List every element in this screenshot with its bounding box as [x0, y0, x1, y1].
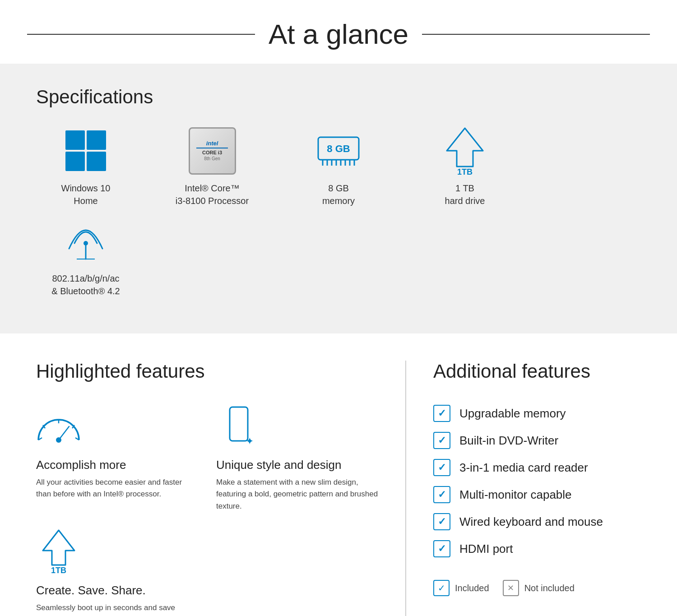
feature-accomplish-name: Accomplish more — [36, 458, 198, 472]
additional-list: ✓ Upgradable memory ✓ Built-in DVD-Write… — [433, 405, 641, 557]
list-item: ✓ Multi-monitor capable — [433, 486, 641, 503]
spec-wifi: 802.11a/b/g/n/ac& Bluetooth® 4.2 — [36, 216, 135, 297]
windows-pane-tr — [87, 130, 106, 150]
spec-storage: 1TB 1 TBhard drive — [415, 126, 515, 207]
intel-gen-text: 8th Gen — [204, 156, 220, 161]
additional-item-label: Wired keyboard and mouse — [459, 515, 603, 529]
feature-storage-desc: Seamlessly boot up in seconds and save e… — [36, 602, 198, 616]
page-header: At a glance — [0, 0, 677, 64]
svg-text:✦: ✦ — [246, 435, 254, 447]
intel-logo-text: intel — [206, 140, 218, 146]
additional-item-label: Upgradable memory — [459, 407, 566, 421]
additional-item-label: Multi-monitor capable — [459, 488, 572, 502]
spec-memory-label: 8 GBmemory — [322, 182, 355, 207]
legend-not-included-label: Not included — [524, 583, 575, 593]
additional-item-label: 3-in-1 media card reader — [459, 461, 588, 475]
specs-grid: Windows 10Home intel CORE i3 8th Gen Int… — [36, 126, 641, 306]
feature-style: ✦ Unique style and design Make a stateme… — [216, 405, 378, 512]
highlighted-features-section: Highlighted features — [36, 361, 406, 616]
spec-windows-label: Windows 10Home — [61, 182, 111, 207]
svg-text:1TB: 1TB — [51, 566, 66, 575]
svg-point-21 — [56, 437, 61, 443]
feature-grid: Accomplish more All your activities beco… — [36, 405, 378, 616]
legend-not-included: ✕ Not included — [503, 580, 575, 596]
legend-included-label: Included — [455, 583, 489, 593]
spec-wifi-label: 802.11a/b/g/n/ac& Bluetooth® 4.2 — [51, 272, 120, 297]
feature-style-name: Unique style and design — [216, 458, 378, 472]
additional-features-section: Additional features ✓ Upgradable memory … — [406, 361, 641, 616]
additional-title: Additional features — [433, 361, 641, 382]
svg-marker-24 — [43, 530, 74, 565]
feature-style-desc: Make a statement with a new slim design,… — [216, 477, 378, 512]
ram-icon: 8 GB — [314, 126, 363, 176]
spec-memory: 8 GB 8 GBmemory — [289, 126, 388, 207]
check-icon-2: ✓ — [433, 432, 450, 449]
svg-marker-10 — [447, 128, 483, 167]
svg-text:1TB: 1TB — [457, 167, 473, 176]
tb-icon: 1TB — [36, 530, 81, 575]
additional-item-label: HDMI port — [459, 542, 513, 556]
spec-storage-label: 1 TBhard drive — [445, 182, 485, 207]
check-icon-1: ✓ — [433, 405, 450, 422]
highlighted-title: Highlighted features — [36, 361, 378, 382]
spec-windows: Windows 10Home — [36, 126, 135, 207]
list-item: ✓ Upgradable memory — [433, 405, 641, 422]
legend-x-icon: ✕ — [503, 580, 519, 596]
phone-icon: ✦ — [216, 405, 261, 450]
intel-icon: intel CORE i3 8th Gen — [187, 126, 237, 176]
header-line-right — [422, 34, 650, 35]
list-item: ✓ HDMI port — [433, 540, 641, 557]
windows-icon — [61, 126, 111, 176]
feature-accomplish: Accomplish more All your activities beco… — [36, 405, 198, 512]
windows-pane-bl — [65, 152, 85, 171]
page-title: At a glance — [269, 18, 408, 50]
main-content: Highlighted features — [0, 352, 677, 616]
feature-storage: 1TB Create. Save. Share. Seamlessly boot… — [36, 530, 198, 616]
wifi-icon — [61, 216, 111, 266]
spec-processor-label: Intel® Core™i3-8100 Processor — [176, 182, 249, 207]
header-line-left — [27, 34, 255, 35]
intel-core-text: CORE i3 — [202, 150, 222, 156]
windows-pane-tl — [65, 130, 85, 150]
legend-check-icon: ✓ — [433, 580, 450, 596]
specs-section: Specifications Windows 10Home intel CORE — [0, 64, 677, 333]
feature-storage-name: Create. Save. Share. — [36, 584, 198, 597]
spec-processor: intel CORE i3 8th Gen Intel® Core™i3-810… — [162, 126, 262, 207]
svg-rect-22 — [230, 407, 248, 441]
check-icon-6: ✓ — [433, 540, 450, 557]
legend-included: ✓ Included — [433, 580, 489, 596]
feature-accomplish-desc: All your activities become easier and fa… — [36, 477, 198, 500]
svg-point-13 — [83, 241, 88, 245]
hdd-icon: 1TB — [440, 126, 490, 176]
legend: ✓ Included ✕ Not included — [433, 580, 641, 596]
list-item: ✓ Wired keyboard and mouse — [433, 513, 641, 530]
speedometer-icon — [36, 405, 81, 450]
check-icon-5: ✓ — [433, 513, 450, 530]
additional-item-label: Built-in DVD-Writer — [459, 434, 558, 448]
check-icon-4: ✓ — [433, 486, 450, 503]
list-item: ✓ 3-in-1 media card reader — [433, 459, 641, 476]
windows-pane-br — [87, 152, 106, 171]
svg-text:8 GB: 8 GB — [327, 143, 350, 154]
list-item: ✓ Built-in DVD-Writer — [433, 432, 641, 449]
check-icon-3: ✓ — [433, 459, 450, 476]
specs-title: Specifications — [36, 86, 641, 108]
